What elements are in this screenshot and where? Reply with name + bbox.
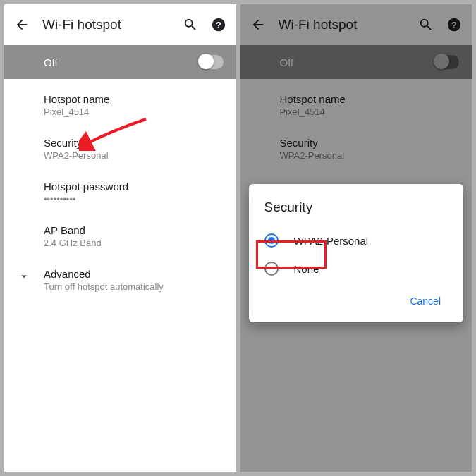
row-title: AP Band: [44, 224, 224, 236]
dual-screenshot-container: Wi-Fi hotspot ? Off Hotspot name Pixel_4…: [0, 0, 476, 476]
row-advanced[interactable]: Advanced Turn off hotspot automatically: [4, 258, 236, 302]
back-icon[interactable]: [250, 17, 266, 32]
hotspot-toggle-row[interactable]: Off: [240, 45, 472, 79]
row-value: Turn off hotspot automatically: [44, 281, 164, 292]
settings-list: Hotspot name Pixel_4514 Security WPA2-Pe…: [4, 79, 236, 306]
help-icon[interactable]: ?: [211, 17, 226, 32]
svg-text:?: ?: [451, 20, 457, 30]
cancel-button[interactable]: Cancel: [403, 290, 448, 312]
arrow-annotation-icon: [79, 116, 149, 151]
row-security[interactable]: Security WPA2-Personal: [240, 127, 472, 171]
toggle-label: Off: [44, 56, 58, 68]
row-title: Hotspot name: [280, 93, 460, 105]
dialog-title: Security: [264, 200, 448, 215]
search-icon[interactable]: [418, 17, 434, 32]
svg-text:?: ?: [216, 20, 221, 30]
row-title: Security: [280, 137, 460, 149]
toggle-switch[interactable]: [434, 55, 459, 69]
phone-right: Wi-Fi hotspot ? Off Hotspot name Pixel_4…: [240, 4, 472, 472]
chevron-down-icon: [17, 268, 44, 283]
row-value: WPA2-Personal: [44, 150, 224, 161]
page-title: Wi-Fi hotspot: [42, 17, 170, 32]
dialog-actions: Cancel: [264, 290, 448, 312]
toggle-switch[interactable]: [198, 55, 224, 69]
highlight-box: [256, 240, 327, 269]
toggle-label: Off: [280, 56, 294, 68]
row-hotspot-name[interactable]: Hotspot name Pixel_4514: [240, 83, 472, 127]
row-ap-band[interactable]: AP Band 2.4 GHz Band: [4, 214, 236, 258]
row-password[interactable]: Hotspot password ••••••••••: [4, 171, 236, 214]
phone-left: Wi-Fi hotspot ? Off Hotspot name Pixel_4…: [4, 4, 236, 472]
row-value: 2.4 GHz Band: [44, 238, 224, 248]
hotspot-toggle-row[interactable]: Off: [4, 45, 236, 79]
svg-point-3: [448, 18, 460, 31]
row-value: ••••••••••: [44, 194, 224, 205]
search-icon[interactable]: [183, 17, 198, 32]
appbar: Wi-Fi hotspot ?: [240, 4, 472, 45]
help-icon[interactable]: ?: [446, 17, 462, 32]
settings-list: Hotspot name Pixel_4514 Security WPA2-Pe…: [240, 79, 472, 175]
page-title: Wi-Fi hotspot: [279, 17, 406, 32]
row-title: Hotspot password: [44, 181, 224, 193]
row-title: Hotspot name: [44, 93, 224, 105]
row-title: Advanced: [44, 268, 164, 280]
back-icon[interactable]: [14, 17, 30, 32]
row-value: Pixel_4514: [280, 106, 460, 117]
appbar: Wi-Fi hotspot ?: [4, 4, 236, 45]
row-value: WPA2-Personal: [280, 150, 460, 161]
